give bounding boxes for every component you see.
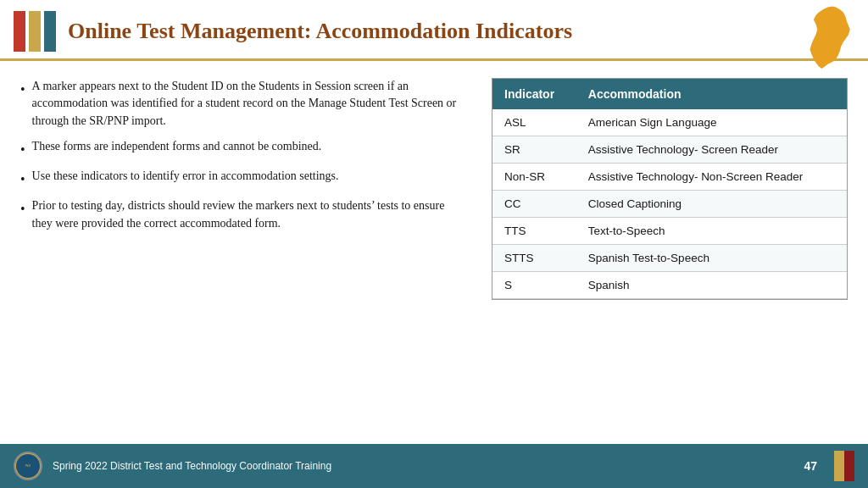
bullet-text: Use these indicators to identify error i… <box>32 168 339 185</box>
table-row: SSpanish <box>492 272 847 299</box>
bullet-text: A marker appears next to the Student ID … <box>32 78 465 130</box>
table-row: Non-SRAssistive Technology- Non-Screen R… <box>492 164 847 191</box>
table-row: SRAssistive Technology- Screen Reader <box>492 136 847 164</box>
table-cell-accommodation: Closed Captioning <box>576 191 847 218</box>
col-header-accommodation: Accommodation <box>576 79 847 109</box>
table-cell-indicator: SR <box>492 136 576 164</box>
table-cell-accommodation: Assistive Technology- Non-Screen Reader <box>576 164 847 191</box>
list-item: • Prior to testing day, districts should… <box>20 197 465 232</box>
bullet-list: • A marker appears next to the Student I… <box>20 78 465 232</box>
bullet-dot: • <box>20 140 25 159</box>
table-row: CCClosed Captioning <box>492 191 847 218</box>
col-header-indicator: Indicator <box>492 79 576 109</box>
table-cell-accommodation: American Sign Language <box>576 109 847 136</box>
footer-bar-gold <box>834 451 844 481</box>
table-cell-indicator: Non-SR <box>492 164 576 191</box>
table-cell-indicator: S <box>492 272 576 299</box>
right-column: Indicator Accommodation ASLAmerican Sign… <box>492 78 848 430</box>
bullet-dot: • <box>20 169 25 189</box>
slide-footer: NJ Spring 2022 District Test and Technol… <box>0 444 868 488</box>
bullet-text: Prior to testing day, districts should r… <box>32 197 465 232</box>
footer-bar-red <box>844 451 854 481</box>
seal-label: NJ <box>25 463 31 469</box>
table-row: TTSText-to-Speech <box>492 218 847 245</box>
table-cell-indicator: ASL <box>492 109 576 136</box>
nj-map-icon <box>795 3 854 71</box>
bullet-text: These forms are independent forms and ca… <box>32 138 322 155</box>
slide-header: Online Test Management: Accommodation In… <box>0 0 868 61</box>
table-row: ASLAmerican Sign Language <box>492 109 847 136</box>
logo-bars <box>14 11 56 52</box>
slide: Online Test Management: Accommodation In… <box>0 0 868 488</box>
table-cell-indicator: STTS <box>492 245 576 272</box>
footer-bars <box>834 451 854 481</box>
seal-inner: NJ <box>16 454 40 478</box>
table-cell-accommodation: Assistive Technology- Screen Reader <box>576 136 847 164</box>
table-cell-indicator: CC <box>492 191 576 218</box>
left-column: • A marker appears next to the Student I… <box>20 78 465 430</box>
table-row: STTSSpanish Test-to-Speech <box>492 245 847 272</box>
table-cell-accommodation: Text-to-Speech <box>576 218 847 245</box>
accommodation-table: Indicator Accommodation ASLAmerican Sign… <box>492 79 847 299</box>
bullet-dot: • <box>20 80 25 99</box>
table-header-row: Indicator Accommodation <box>492 79 847 109</box>
list-item: • These forms are independent forms and … <box>20 138 465 159</box>
main-content: • A marker appears next to the Student I… <box>0 61 868 444</box>
list-item: • A marker appears next to the Student I… <box>20 78 465 130</box>
table-wrapper: Indicator Accommodation ASLAmerican Sign… <box>492 78 848 300</box>
bar-teal <box>44 11 56 52</box>
footer-text: Spring 2022 District Test and Technology… <box>53 460 793 472</box>
table-cell-indicator: TTS <box>492 218 576 245</box>
table-cell-accommodation: Spanish Test-to-Speech <box>576 245 847 272</box>
nj-seal: NJ <box>14 452 42 480</box>
bullet-dot: • <box>20 199 25 219</box>
bar-gold <box>29 11 41 52</box>
slide-title: Online Test Management: Accommodation In… <box>68 19 854 44</box>
bar-red <box>14 11 25 52</box>
list-item: • Use these indicators to identify error… <box>20 168 465 189</box>
table-cell-accommodation: Spanish <box>576 272 847 299</box>
footer-page-number: 47 <box>804 459 817 473</box>
